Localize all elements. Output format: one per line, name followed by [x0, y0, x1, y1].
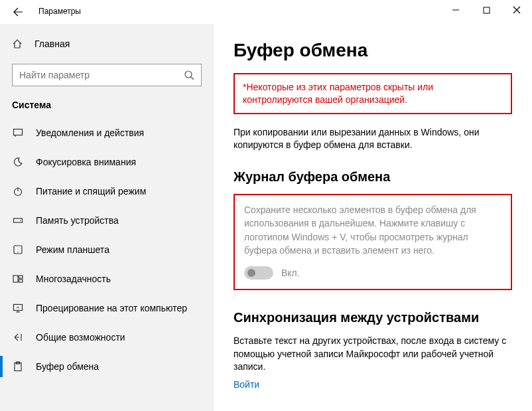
minimize-icon	[452, 6, 460, 14]
sidebar-item-label: Многозадачность	[36, 274, 111, 284]
page-title: Буфер обмена	[233, 40, 512, 61]
history-description: Сохраните несколько элементов в буфер об…	[244, 203, 501, 257]
svg-point-1	[185, 71, 192, 78]
sidebar-item-clipboard[interactable]: Буфер обмена	[0, 352, 214, 381]
sidebar-item-tablet[interactable]: Режим планшета	[0, 235, 214, 264]
message-icon	[12, 127, 24, 138]
project-icon	[12, 303, 24, 313]
close-button[interactable]	[501, 0, 532, 20]
svg-point-7	[17, 252, 18, 252]
titlebar: Параметры	[0, 0, 532, 24]
minimize-button[interactable]	[440, 0, 471, 20]
home-icon	[12, 39, 23, 49]
clipboard-icon	[12, 361, 24, 372]
sidebar-item-power[interactable]: Питание и спящий режим	[0, 177, 214, 206]
sidebar-item-label: Буфер обмена	[36, 361, 99, 372]
svg-rect-0	[484, 7, 490, 13]
sidebar-item-multitasking[interactable]: Многозадачность	[0, 264, 214, 293]
svg-point-5	[20, 220, 21, 221]
sidebar-item-focus[interactable]: Фокусировка внимания	[0, 147, 214, 177]
svg-rect-10	[19, 280, 23, 282]
sidebar-item-shared[interactable]: Общие возможности	[0, 323, 214, 352]
sidebar-item-storage[interactable]: Память устройства	[0, 206, 214, 235]
toggle-knob	[247, 269, 255, 277]
sync-heading: Синхронизация между устройствами	[233, 310, 512, 325]
sync-description: Вставьте текст на других устройствах, по…	[233, 335, 512, 374]
sidebar-item-label: Проецирование на этот компьютер	[36, 303, 187, 313]
search-box[interactable]	[12, 64, 202, 86]
window-body: Главная Система Уведомления и действия Ф…	[0, 24, 532, 411]
sidebar-group-label: Система	[0, 96, 214, 118]
org-managed-notice: *Некоторые из этих параметров скрыты или…	[233, 73, 512, 114]
sidebar-item-label: Уведомления и действия	[36, 127, 144, 138]
search-input[interactable]	[19, 70, 184, 80]
sidebar-items: Уведомления и действия Фокусировка внима…	[0, 118, 214, 411]
settings-window: Параметры Главная	[0, 0, 532, 411]
sign-in-link[interactable]: Войти	[233, 379, 512, 390]
sidebar-item-label: Питание и спящий режим	[36, 186, 146, 197]
close-icon	[513, 6, 521, 14]
history-section: Сохраните несколько элементов в буфер об…	[233, 194, 512, 290]
moon-icon	[12, 157, 24, 167]
sidebar-item-notifications[interactable]: Уведомления и действия	[0, 118, 214, 147]
sidebar-item-projecting[interactable]: Проецирование на этот компьютер	[0, 293, 214, 323]
sidebar: Главная Система Уведомления и действия Ф…	[0, 24, 214, 411]
history-toggle-label: Вкл.	[281, 268, 300, 278]
sidebar-item-label: Режим планшета	[36, 244, 109, 255]
svg-rect-11	[14, 305, 23, 311]
sidebar-item-label: Общие возможности	[36, 332, 125, 343]
sidebar-item-label: Память устройства	[36, 215, 119, 226]
content-panel: Буфер обмена *Некоторые из этих параметр…	[214, 24, 532, 411]
window-controls	[440, 0, 532, 20]
svg-rect-9	[19, 276, 23, 278]
maximize-icon	[483, 7, 490, 14]
history-toggle-row: Вкл.	[244, 266, 501, 280]
power-icon	[12, 186, 24, 197]
sidebar-item-label: Фокусировка внимания	[36, 157, 136, 167]
maximize-button[interactable]	[471, 0, 501, 20]
home-link[interactable]: Главная	[0, 31, 214, 57]
svg-rect-2	[14, 129, 23, 135]
history-heading: Журнал буфера обмена	[233, 169, 512, 185]
clipboard-intro: При копировании или вырезании данных в W…	[233, 126, 512, 152]
back-button[interactable]	[3, 1, 33, 23]
storage-icon	[12, 215, 24, 226]
arrow-left-icon	[13, 7, 23, 17]
window-title: Параметры	[33, 0, 440, 16]
home-label: Главная	[34, 39, 70, 49]
tablet-icon	[12, 244, 24, 255]
history-toggle[interactable]	[244, 266, 273, 280]
search-icon	[184, 70, 194, 80]
multitask-icon	[12, 274, 24, 284]
svg-rect-8	[13, 276, 18, 282]
share-icon	[12, 332, 24, 343]
